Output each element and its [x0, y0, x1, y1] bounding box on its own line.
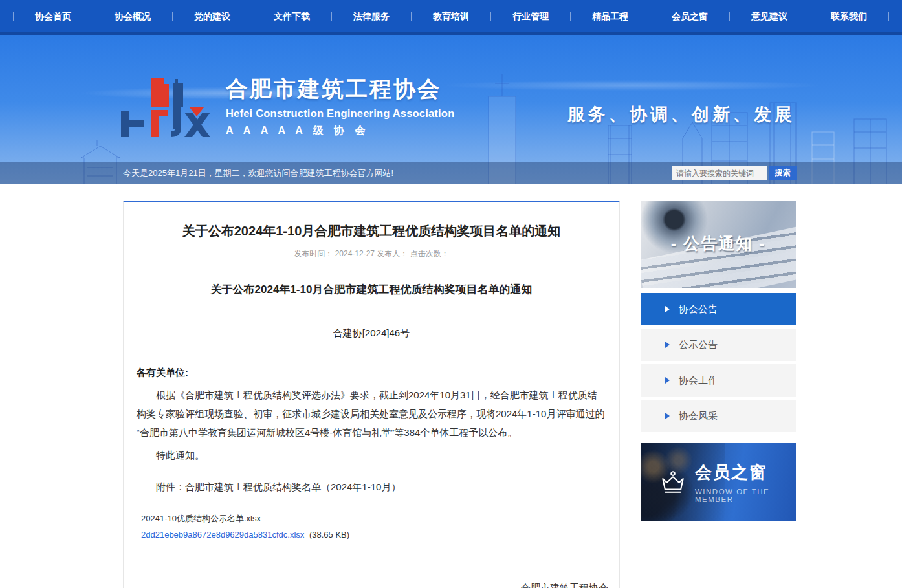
attachment-link-line: 2dd21ebeb9a8672e8d9629da5831cfdc.xlsx (3…: [133, 530, 610, 539]
arrow-right-icon: [665, 306, 670, 312]
sidebar-menu: 协会公告 公示公告 协会工作 协会风采: [641, 293, 796, 432]
site-title: 合肥市建筑工程协会: [226, 74, 454, 104]
main-nav-list: 协会首页 协会概况 党的建设 文件下载 法律服务 教育培训 行业管理 精品工程 …: [13, 0, 889, 32]
article-paragraph: 根据《合肥市建筑工程优质结构奖评选办法》要求，截止到2024年10月31日，经合…: [133, 386, 610, 442]
sidebar-item-association-work[interactable]: 协会工作: [641, 364, 796, 397]
document-number: 合建协[2024]46号: [133, 327, 610, 340]
sidebar-item-association-announcements[interactable]: 协会公告: [641, 293, 796, 325]
nav-item-projects[interactable]: 精品工程: [571, 0, 650, 32]
attachment-download-link[interactable]: 2dd21ebeb9a8672e8d9629da5831cfdc.xlsx: [141, 530, 304, 539]
sidebar-item-public-notices[interactable]: 公示公告: [641, 329, 796, 361]
brand-text-block: 合肥市建筑工程协会 Hefei Construction Engineering…: [226, 74, 454, 138]
article-divider: [133, 270, 610, 270]
top-navigation: 协会首页 协会概况 党的建设 文件下载 法律服务 教育培训 行业管理 精品工程 …: [0, 0, 902, 35]
site-header-banner: 合肥市建筑工程协会 Hefei Construction Engineering…: [0, 35, 902, 184]
nav-item-home[interactable]: 协会首页: [14, 0, 93, 32]
announcement-banner-title: - 公告通知 -: [641, 233, 796, 254]
member-window-banner[interactable]: 会员之窗 WINDOW OF THE MEMBER: [641, 443, 796, 521]
arrow-right-icon: [665, 377, 670, 384]
nav-item-feedback[interactable]: 意见建议: [730, 0, 809, 32]
search-box: 搜索: [672, 166, 797, 180]
member-banner-text: 会员之窗 WINDOW OF THE MEMBER: [695, 461, 796, 503]
search-input[interactable]: [672, 166, 767, 180]
member-banner-subtitle: WINDOW OF THE MEMBER: [695, 488, 796, 503]
info-strip: 今天是2025年1月21日，星期二，欢迎您访问合肥建筑工程协会官方网站! 搜索: [0, 162, 902, 184]
sidebar-item-association-style[interactable]: 协会风采: [641, 400, 796, 432]
nav-item-members[interactable]: 会员之窗: [650, 0, 729, 32]
site-title-english: Hefei Construction Engineering Associati…: [226, 107, 454, 120]
nav-item-contact[interactable]: 联系我们: [809, 0, 888, 32]
arrow-right-icon: [665, 342, 670, 348]
article-title: 关于公布2024年1-10月合肥市建筑工程优质结构奖项目名单的通知: [133, 223, 610, 239]
nav-item-industry[interactable]: 行业管理: [491, 0, 570, 32]
main-content: 关于公布2024年1-10月合肥市建筑工程优质结构奖项目名单的通知 发布时间： …: [0, 184, 902, 588]
nav-separator: [888, 12, 889, 21]
article-panel: 关于公布2024年1-10月合肥市建筑工程优质结构奖项目名单的通知 发布时间： …: [123, 201, 620, 588]
announcement-banner-image: - 公告通知 -: [641, 201, 796, 288]
member-banner-title: 会员之窗: [695, 461, 796, 484]
nav-item-party-building[interactable]: 党的建设: [173, 0, 252, 32]
attachment-filename: 20241-10优质结构公示名单.xlsx: [133, 513, 610, 525]
hfjx-logo-icon: [120, 74, 217, 138]
attachment-reference-line: 附件：合肥市建筑工程优质结构奖名单（2024年1-10月）: [133, 477, 610, 496]
sidebar: - 公告通知 - 协会公告 公示公告 协会工作 协会风采: [641, 201, 796, 521]
article-inner-title: 关于公布2024年1-10月合肥市建筑工程优质结构奖项目名单的通知: [133, 282, 610, 298]
article-notice-line: 特此通知。: [133, 446, 610, 464]
nav-item-downloads[interactable]: 文件下载: [252, 0, 331, 32]
article-meta: 发布时间： 2024-12-27 发布人： 点击次数：: [133, 248, 610, 259]
attachment-file-size: (38.65 KB): [309, 530, 349, 539]
header-slogan: 服务、协调、创新、发展: [567, 103, 795, 126]
association-grade: A A A A A 级 协 会: [226, 124, 454, 138]
article-salutation: 各有关单位:: [133, 367, 610, 379]
nav-item-legal[interactable]: 法律服务: [332, 0, 411, 32]
signature-org: 合肥市建筑工程协会: [133, 582, 610, 588]
site-brand: 合肥市建筑工程协会 Hefei Construction Engineering…: [120, 74, 454, 138]
nav-item-training[interactable]: 教育培训: [412, 0, 490, 32]
member-banner-content: 会员之窗 WINDOW OF THE MEMBER: [660, 461, 796, 503]
search-button[interactable]: 搜索: [769, 166, 797, 180]
arrow-right-icon: [665, 413, 670, 419]
welcome-text: 今天是2025年1月21日，星期二，欢迎您访问合肥建筑工程协会官方网站!: [123, 168, 393, 179]
nav-item-overview[interactable]: 协会概况: [93, 0, 172, 32]
crown-icon: [660, 469, 686, 496]
